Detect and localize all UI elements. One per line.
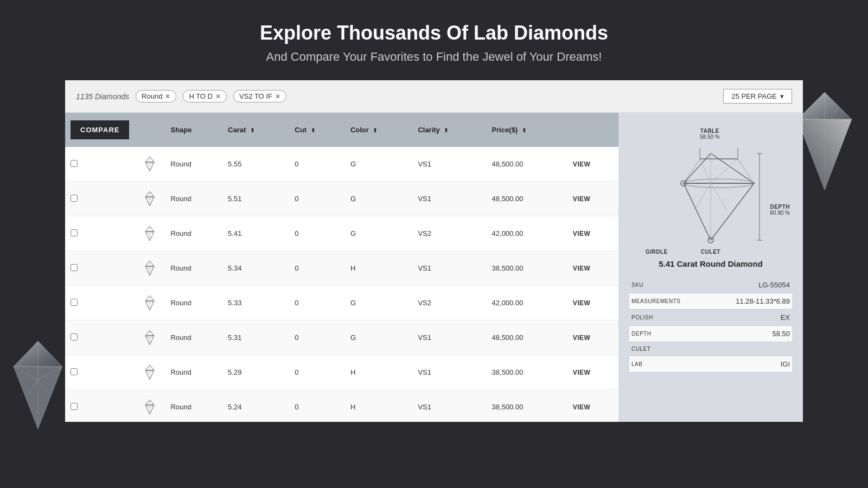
row-price: 48,500.00 (487, 320, 567, 355)
spec-value (707, 342, 792, 356)
svg-marker-74 (684, 183, 754, 240)
table-row: Round5.510GVS148,500.00VIEW (65, 182, 618, 216)
row-checkbox[interactable] (71, 333, 78, 341)
row-view-cell[interactable]: VIEW (567, 216, 618, 251)
table-row: Round5.310GVS148,500.00VIEW (65, 320, 618, 355)
row-cut: 0 (289, 182, 345, 216)
row-carat: 5.24 (222, 390, 289, 422)
spec-value: LG-55054 (707, 277, 792, 293)
view-link[interactable]: VIEW (573, 195, 591, 203)
view-link[interactable]: VIEW (573, 299, 591, 307)
row-color: G (345, 182, 413, 216)
row-view-cell[interactable]: VIEW (567, 147, 618, 182)
compare-button[interactable]: COMPARE (71, 120, 129, 139)
row-view-cell[interactable]: VIEW (567, 251, 618, 286)
table-diagram-label: TABLE (700, 128, 720, 134)
view-link[interactable]: VIEW (573, 265, 591, 272)
row-clarity: VS1 (412, 182, 486, 216)
hero-title: Explore Thousands Of Lab Diamonds (0, 22, 868, 44)
row-color: H (345, 355, 413, 390)
spec-key: DEPTH (629, 326, 707, 342)
row-cut: 0 (289, 320, 345, 355)
col-color[interactable]: Color ⬆ (345, 113, 413, 147)
row-shape: Round (165, 216, 222, 251)
color-sort-icon: ⬆ (373, 127, 377, 133)
spec-value: IGI (707, 356, 792, 373)
row-checkbox[interactable] (71, 368, 78, 375)
view-link[interactable]: VIEW (573, 369, 591, 376)
table-section[interactable]: COMPARE Shape Carat ⬆ Cut ⬆ (65, 113, 618, 422)
row-view-cell[interactable]: VIEW (567, 390, 618, 422)
row-carat: 5.29 (222, 355, 289, 390)
row-clarity: VS1 (412, 390, 486, 422)
depth-diagram-value: 60.90 % (770, 210, 790, 216)
panel-body: COMPARE Shape Carat ⬆ Cut ⬆ (65, 113, 803, 422)
panel-header: 1135 Diamonds Round ✕ H TO D ✕ VS2 TO IF… (65, 80, 803, 113)
spec-value: 58.50 (707, 326, 792, 342)
diamonds-table: COMPARE Shape Carat ⬆ Cut ⬆ (65, 113, 618, 422)
detail-specs-table: SKULG-55054MEASUREMENTS11.28-11.33*6.89P… (629, 277, 792, 373)
row-carat: 5.34 (222, 251, 289, 286)
filter-tag-clarity[interactable]: VS2 TO IF ✕ (233, 90, 286, 102)
col-image (135, 113, 165, 147)
col-shape: Shape (165, 113, 222, 147)
col-cut[interactable]: Cut ⬆ (289, 113, 345, 147)
view-link[interactable]: VIEW (573, 334, 591, 342)
main-panel: 1135 Diamonds Round ✕ H TO D ✕ VS2 TO IF… (65, 80, 803, 422)
view-link[interactable]: VIEW (573, 160, 591, 168)
view-link[interactable]: VIEW (573, 230, 591, 237)
diamond-icon (140, 223, 159, 242)
row-color: G (345, 147, 413, 182)
filter-tag-round[interactable]: Round ✕ (136, 90, 176, 102)
row-diamond-image (135, 390, 165, 422)
col-carat[interactable]: Carat ⬆ (222, 113, 289, 147)
col-checkbox: COMPARE (65, 113, 135, 147)
diamond-icon (140, 292, 159, 312)
diamond-diagram: TABLE 58.50 % DEPTH 60.90 % GIRDLE CULET (629, 124, 792, 259)
row-shape: Round (165, 390, 222, 422)
row-cut: 0 (289, 286, 345, 320)
row-color: G (345, 216, 413, 251)
spec-row: LABIGI (629, 356, 792, 373)
row-clarity: VS1 (412, 355, 486, 390)
filter-round-close[interactable]: ✕ (165, 93, 170, 100)
row-cut: 0 (289, 147, 345, 182)
row-checkbox[interactable] (71, 264, 78, 271)
table-row: Round5.330GVS242,000.00VIEW (65, 286, 618, 320)
spec-row: POLISHEX (629, 310, 792, 326)
per-page-button[interactable]: 25 PER PAGE ▾ (723, 89, 792, 104)
row-checkbox[interactable] (71, 299, 78, 306)
row-carat: 5.51 (222, 182, 289, 216)
row-view-cell[interactable]: VIEW (567, 320, 618, 355)
filter-clarity-close[interactable]: ✕ (275, 93, 280, 100)
row-carat: 5.33 (222, 286, 289, 320)
row-clarity: VS1 (412, 251, 486, 286)
row-color: G (345, 320, 413, 355)
row-diamond-image (135, 251, 165, 286)
row-color: H (345, 251, 413, 286)
row-view-cell[interactable]: VIEW (567, 286, 618, 320)
diamond-icon (140, 188, 159, 208)
row-cut: 0 (289, 251, 345, 286)
col-clarity[interactable]: Clarity ⬆ (412, 113, 486, 147)
spec-key: SKU (629, 277, 707, 293)
table-row: Round5.410GVS242,000.00VIEW (65, 216, 618, 251)
row-checkbox[interactable] (71, 403, 78, 410)
col-price[interactable]: Price($) ⬆ (487, 113, 567, 147)
spec-key: POLISH (629, 310, 707, 326)
row-checkbox[interactable] (71, 160, 78, 167)
row-checkbox[interactable] (71, 229, 78, 236)
price-sort-icon: ⬆ (522, 127, 526, 133)
row-diamond-image (135, 182, 165, 216)
diamonds-count: 1135 Diamonds (76, 92, 129, 101)
row-view-cell[interactable]: VIEW (567, 355, 618, 390)
filter-color-close[interactable]: ✕ (215, 93, 221, 100)
diamond-icon (140, 258, 159, 277)
row-view-cell[interactable]: VIEW (567, 182, 618, 216)
spec-value: EX (707, 310, 792, 326)
view-link[interactable]: VIEW (573, 403, 591, 411)
row-cut: 0 (289, 390, 345, 422)
filter-tag-color[interactable]: H TO D ✕ (183, 90, 227, 102)
filter-color-label: H TO D (189, 92, 213, 100)
row-checkbox[interactable] (71, 195, 78, 202)
